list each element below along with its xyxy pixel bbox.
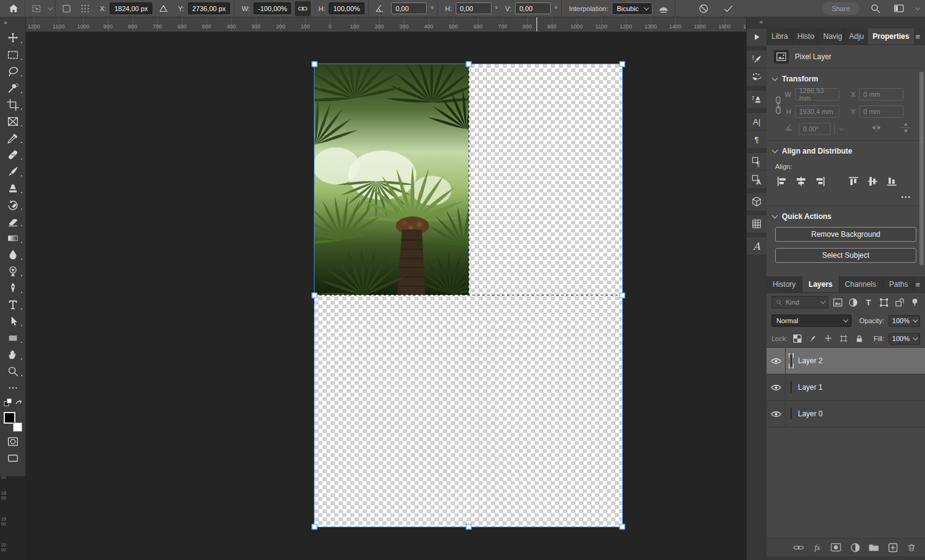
flip-vertical-icon[interactable] bbox=[900, 123, 912, 135]
delta-icon[interactable] bbox=[156, 1, 171, 16]
align-center-horizontal-button[interactable] bbox=[794, 175, 808, 187]
filter-shape-icon[interactable] bbox=[878, 297, 889, 308]
align-more-button[interactable]: ••• bbox=[767, 187, 925, 200]
3d-panel-icon[interactable] bbox=[747, 193, 767, 211]
workspace-chevron-icon[interactable] bbox=[915, 5, 920, 10]
quick-actions-header[interactable]: Quick Actions bbox=[767, 206, 925, 224]
panel-menu-icon[interactable]: ≡ bbox=[915, 280, 920, 289]
color-swatches[interactable] bbox=[4, 412, 22, 432]
shape-tool[interactable] bbox=[0, 329, 26, 346]
marquee-tool[interactable] bbox=[0, 46, 26, 63]
fill-select[interactable]: 100% bbox=[889, 333, 920, 345]
tab-history[interactable]: History bbox=[767, 276, 802, 292]
transform-section-header[interactable]: Transform bbox=[767, 68, 925, 87]
filter-smart-object-icon[interactable] bbox=[894, 297, 905, 308]
skew-v-input[interactable]: 0,00 bbox=[515, 2, 551, 14]
reference-point-grid-icon[interactable] bbox=[78, 1, 92, 16]
path-select-tool[interactable] bbox=[0, 313, 26, 329]
pattern-panel-icon[interactable] bbox=[747, 215, 767, 233]
zoom-tool[interactable] bbox=[0, 363, 26, 379]
document-transform-box[interactable] bbox=[314, 64, 623, 527]
history-brush-tool[interactable] bbox=[0, 196, 26, 213]
remove-background-button[interactable]: Remove Background bbox=[775, 227, 916, 242]
layer-thumbnail[interactable] bbox=[791, 381, 792, 393]
filter-type-icon[interactable]: T bbox=[863, 297, 874, 308]
transform-handle-bottom-right[interactable] bbox=[620, 524, 625, 530]
align-section-header[interactable]: Align and Distribute bbox=[767, 141, 925, 159]
layer-row-layer-2[interactable]: Layer 2 bbox=[767, 348, 925, 374]
transform-handle-bottom-center[interactable] bbox=[466, 524, 471, 530]
align-center-vertical-button[interactable] bbox=[866, 175, 879, 187]
transform-handle-top-left[interactable] bbox=[312, 62, 318, 67]
new-group-icon[interactable] bbox=[868, 541, 880, 554]
align-left-button[interactable] bbox=[775, 175, 789, 187]
paragraph-panel-icon[interactable]: ¶ bbox=[747, 131, 767, 149]
toolbar-expand-icon[interactable]: » bbox=[0, 17, 25, 30]
transform-x-input[interactable]: 0 mm bbox=[859, 88, 903, 101]
blur-tool[interactable] bbox=[0, 246, 26, 263]
clone-source-panel-icon[interactable] bbox=[747, 91, 767, 109]
transform-handle-middle-left[interactable] bbox=[312, 293, 318, 299]
tab-adjustments[interactable]: Adju bbox=[844, 28, 868, 44]
actions-panel-icon[interactable] bbox=[747, 28, 767, 46]
brush-settings-panel-icon[interactable] bbox=[747, 51, 767, 68]
lock-transparent-icon[interactable] bbox=[792, 333, 803, 344]
filter-toggle-icon[interactable] bbox=[909, 297, 920, 308]
tab-navigator[interactable]: Navig bbox=[818, 28, 844, 44]
layer-name[interactable]: Layer 0 bbox=[798, 410, 823, 418]
gradient-tool[interactable] bbox=[0, 229, 26, 246]
dodge-tool[interactable] bbox=[0, 263, 26, 279]
tab-layers[interactable]: Layers bbox=[802, 276, 839, 292]
frame-tool[interactable] bbox=[0, 113, 26, 130]
angle-dropdown-icon[interactable] bbox=[834, 123, 845, 135]
filter-adjustment-icon[interactable] bbox=[847, 297, 858, 308]
tab-channels[interactable]: Channels bbox=[839, 276, 883, 292]
adjustment-layer-icon[interactable] bbox=[849, 541, 861, 554]
transform-handle-bottom-left[interactable] bbox=[312, 524, 318, 530]
lock-pixels-icon[interactable] bbox=[807, 333, 818, 344]
paragraph-styles-panel-icon[interactable]: ¶ bbox=[747, 153, 767, 171]
transform-h-input[interactable]: 1930,4 mm bbox=[795, 105, 839, 118]
quick-mask-icon[interactable] bbox=[0, 433, 26, 450]
transform-angle-input[interactable]: 0.00° bbox=[799, 123, 831, 135]
rotation-input[interactable]: 0,00 bbox=[391, 2, 427, 14]
visibility-toggle[interactable] bbox=[767, 374, 786, 400]
skew-h-input[interactable]: 0,00 bbox=[456, 2, 491, 14]
tab-properties[interactable]: Properties bbox=[868, 28, 914, 44]
screen-mode-icon[interactable] bbox=[0, 450, 26, 466]
transform-handle-top-right[interactable] bbox=[620, 62, 625, 67]
preset-chevron-icon[interactable] bbox=[47, 5, 52, 10]
layer-name[interactable]: Layer 1 bbox=[798, 383, 823, 392]
filter-kind-select[interactable]: Kind bbox=[771, 296, 828, 308]
layer-row-layer-1[interactable]: Layer 1 bbox=[767, 374, 925, 401]
align-top-button[interactable] bbox=[847, 175, 860, 187]
quick-selection-tool[interactable] bbox=[0, 80, 26, 96]
share-button[interactable]: Share bbox=[822, 2, 860, 15]
filter-image-icon[interactable] bbox=[832, 297, 844, 308]
flip-horizontal-icon[interactable] bbox=[870, 123, 882, 135]
lock-all-icon[interactable] bbox=[853, 333, 865, 344]
h-input[interactable]: 100,00% bbox=[329, 2, 364, 14]
move-tool[interactable] bbox=[0, 30, 26, 46]
y-input[interactable]: 2736,00 px bbox=[188, 2, 230, 14]
toolbar-ellipsis[interactable] bbox=[0, 379, 26, 396]
layer-row-layer-0[interactable]: Layer 0 bbox=[767, 401, 925, 427]
tab-paths[interactable]: Paths bbox=[883, 276, 915, 292]
visibility-toggle[interactable] bbox=[767, 348, 786, 374]
panel-menu-icon[interactable]: ≡ bbox=[915, 32, 920, 41]
lock-artboard-icon[interactable] bbox=[838, 333, 849, 344]
glyphs-panel-icon[interactable]: A bbox=[747, 237, 767, 255]
delete-layer-icon[interactable] bbox=[905, 541, 918, 554]
clone-stamp-tool[interactable] bbox=[0, 179, 26, 196]
x-input[interactable]: 1824,00 px bbox=[110, 2, 152, 14]
link-dimensions-icon[interactable] bbox=[295, 1, 311, 16]
horizontal-ruler[interactable]: 1200110010009008007006005004003002001000… bbox=[26, 17, 746, 32]
canvas-area[interactable] bbox=[26, 32, 746, 560]
layer-thumbnail[interactable] bbox=[791, 408, 792, 419]
pen-tool[interactable] bbox=[0, 279, 26, 296]
visibility-toggle[interactable] bbox=[767, 401, 786, 427]
brushes-panel-icon[interactable] bbox=[747, 68, 767, 86]
align-bottom-button[interactable] bbox=[885, 175, 898, 187]
link-wh-icon[interactable] bbox=[773, 88, 784, 123]
opacity-select[interactable]: 100% bbox=[889, 315, 920, 327]
